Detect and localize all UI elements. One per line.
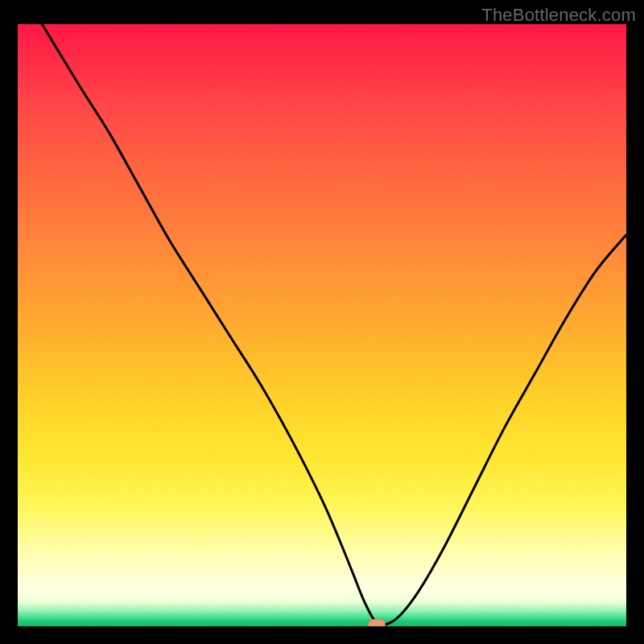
bottleneck-curve <box>18 24 626 626</box>
chart-frame: TheBottleneck.com <box>0 0 644 644</box>
plot-area <box>18 24 626 626</box>
watermark-text: TheBottleneck.com <box>481 5 636 26</box>
optimal-marker <box>368 619 386 626</box>
